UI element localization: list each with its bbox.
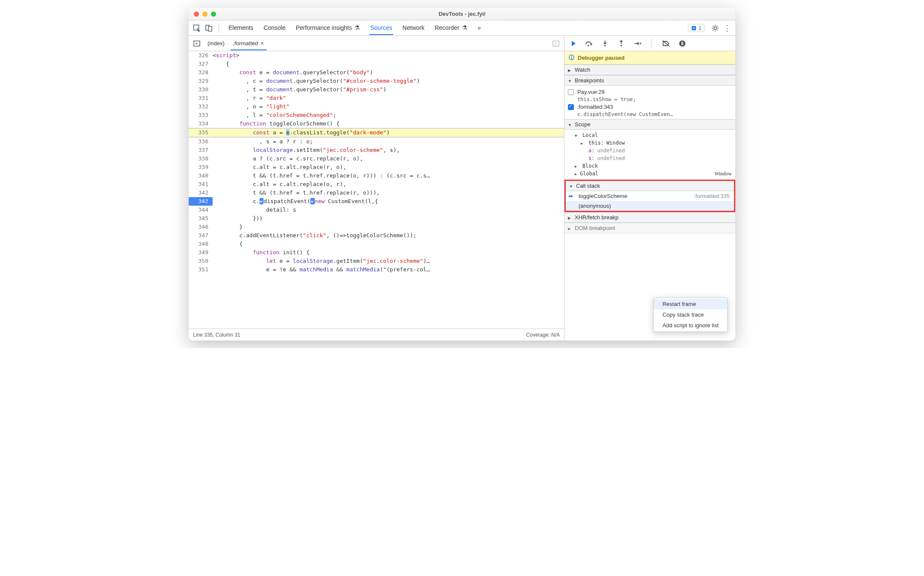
paused-banner: ⓘ Debugger paused (564, 51, 735, 64)
menu-copy-stack-trace[interactable]: Copy stack trace (654, 309, 727, 320)
breakpoint-item[interactable]: Pay.vue:29 (564, 87, 735, 96)
svg-rect-2 (208, 26, 212, 31)
issues-count: 1 (699, 25, 702, 31)
statusbar: Line 335, Column 31 Coverage: N/A (189, 329, 564, 340)
svg-rect-3 (692, 26, 696, 30)
main-area: (index) :formatted × 326<script>327 {328… (189, 36, 735, 340)
debugger-pane: ⓘ Debugger paused Watch Breakpoints Pay.… (564, 36, 735, 340)
panel-tabs: Elements Console Performance insights⚗ S… (228, 21, 482, 35)
cursor-position: Line 335, Column 31 (193, 332, 240, 338)
scope-local[interactable]: Local (564, 131, 735, 139)
file-tab-formatted[interactable]: :formatted × (231, 37, 266, 50)
step-out-icon[interactable] (617, 39, 626, 48)
callstack-frame[interactable]: (anonymous) (566, 201, 734, 211)
step-into-icon[interactable] (600, 39, 610, 48)
callstack-highlight: Call stack ➡ toggleColorScheme :formatte… (564, 180, 735, 212)
breakpoints-body: Pay.vue:29 this.isShow = true; :formatte… (564, 86, 735, 119)
svg-rect-5 (693, 29, 695, 29)
svg-point-11 (620, 45, 622, 47)
callstack-frame[interactable]: ➡ toggleColorScheme :formatted:335 (566, 191, 734, 201)
main-toolbar: Elements Console Performance insights⚗ S… (189, 20, 735, 36)
svg-rect-13 (681, 42, 682, 45)
checkbox-icon[interactable] (568, 89, 574, 95)
coverage-status: Coverage: N/A (526, 332, 560, 338)
tab-recorder[interactable]: Recorder⚗ (434, 21, 468, 35)
context-menu[interactable]: Restart frame Copy stack trace Add scrip… (653, 297, 728, 332)
info-icon: ⓘ (569, 54, 574, 61)
sources-pane: (index) :formatted × 326<script>327 {328… (189, 36, 564, 340)
settings-icon[interactable] (711, 23, 720, 33)
callstack-header[interactable]: Call stack (566, 181, 734, 191)
scope-this[interactable]: this: Window (564, 139, 735, 147)
checkbox-icon[interactable] (568, 104, 574, 110)
watch-header[interactable]: Watch (564, 64, 735, 75)
svg-rect-14 (683, 42, 684, 45)
scope-var-a: a: undefined (564, 147, 735, 154)
dom-header[interactable]: DOM breakpoint (564, 223, 735, 233)
scope-var-s: s: undefined (564, 154, 735, 162)
flask-icon: ⚗ (354, 24, 360, 31)
separator (219, 23, 219, 33)
breakpoint-snippet: this.isShow = true; (564, 96, 735, 102)
file-tab-bar: (index) :formatted × (189, 36, 564, 51)
separator (652, 39, 652, 48)
tab-sources[interactable]: Sources (369, 21, 393, 35)
device-icon[interactable] (204, 23, 213, 33)
kebab-icon[interactable]: ⋮ (722, 23, 732, 33)
tab-performance-insights[interactable]: Performance insights⚗ (295, 21, 361, 35)
tab-elements[interactable]: Elements (228, 21, 254, 35)
inspect-icon[interactable] (192, 23, 202, 33)
window-title: DevTools - jec.fyi/ (189, 11, 735, 17)
step-icon[interactable] (633, 39, 642, 48)
scope-block[interactable]: Block (564, 162, 735, 170)
menu-restart-frame[interactable]: Restart frame (654, 299, 727, 309)
scope-header[interactable]: Scope (564, 119, 735, 130)
breakpoints-header[interactable]: Breakpoints (564, 75, 735, 86)
tab-network[interactable]: Network (402, 21, 425, 35)
deactivate-bp-icon[interactable] (661, 39, 671, 48)
svg-point-9 (588, 45, 589, 47)
devtools-window: DevTools - jec.fyi/ Elements Console Per… (189, 8, 735, 340)
issue-icon (691, 25, 697, 31)
menu-add-ignore[interactable]: Add script to ignore list (654, 320, 727, 331)
step-over-icon[interactable] (584, 39, 594, 48)
debugger-toolbar (564, 36, 735, 51)
titlebar: DevTools - jec.fyi/ (189, 8, 735, 20)
breakpoint-snippet: c.dispatchEvent(new CustomEven… (564, 111, 735, 117)
breakpoint-item[interactable]: :formatted:343 (564, 102, 735, 111)
current-frame-icon: ➡ (568, 193, 573, 199)
file-tab-index[interactable]: (index) (205, 37, 227, 50)
pause-exceptions-icon[interactable] (678, 39, 687, 48)
tab-console[interactable]: Console (263, 21, 286, 35)
more-tabs-icon[interactable]: » (477, 21, 482, 35)
issues-badge[interactable]: 1 (688, 24, 705, 32)
scope-body: Local this: Window a: undefined s: undef… (564, 130, 735, 180)
svg-point-6 (714, 27, 716, 29)
flask-icon: ⚗ (462, 24, 468, 31)
resume-icon[interactable] (568, 39, 577, 48)
svg-point-10 (604, 45, 606, 47)
svg-point-12 (640, 43, 641, 44)
code-editor[interactable]: 326<script>327 {328 const e = document.q… (189, 51, 564, 329)
show-nav-icon[interactable] (192, 39, 202, 48)
scope-global[interactable]: GlobalWindow (564, 170, 735, 178)
xhr-header[interactable]: XHR/fetch breakp (564, 212, 735, 223)
svg-rect-4 (693, 27, 695, 28)
close-tab-icon[interactable]: × (260, 40, 264, 47)
run-snippet-icon[interactable] (551, 39, 561, 48)
